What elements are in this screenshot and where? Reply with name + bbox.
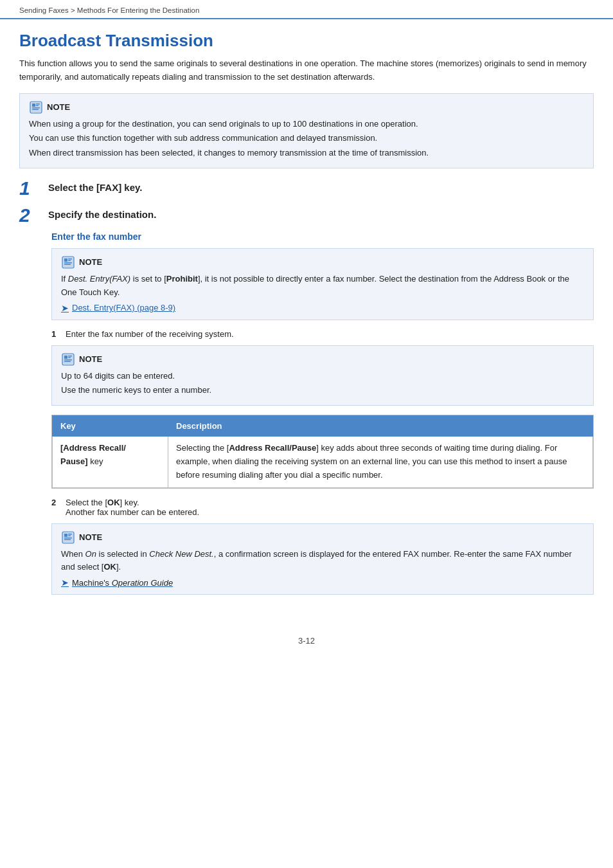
svg-rect-11 xyxy=(64,264,71,265)
svg-rect-5 xyxy=(32,109,39,110)
table-row: [Address Recall/Pause] key Selecting the… xyxy=(53,437,593,487)
svg-rect-1 xyxy=(32,104,35,107)
svg-rect-23 xyxy=(64,539,71,540)
note-icon-sub xyxy=(61,255,75,269)
step-2-number: 2 xyxy=(19,206,48,225)
svg-rect-8 xyxy=(68,258,72,260)
dest-entry-link[interactable]: ➤ Dest. Entry(FAX) (page 8-9) xyxy=(61,303,584,313)
arrow-icon-bottom: ➤ xyxy=(61,577,69,588)
top-note-header: NOTE xyxy=(29,100,584,114)
table-cell-desc: Selecting the [Address Recall/Pause] key… xyxy=(168,437,593,487)
sub-heading: Enter the fax number xyxy=(51,231,594,242)
inner-note-header: NOTE xyxy=(61,352,584,366)
numbered-step-2: 2 Select the [OK] key. Another fax numbe… xyxy=(51,498,594,517)
key-description-table: Key Description [Address Recall/Pause] k… xyxy=(51,415,594,488)
sub-note-box: NOTE If Dest. Entry(FAX) is set to [Proh… xyxy=(51,248,594,320)
operation-guide-link[interactable]: ➤ Machine's Operation Guide xyxy=(61,577,584,588)
bottom-note-line1: When On is selected in Check New Dest., … xyxy=(61,548,584,575)
step-1-text: Select the [FAX] key. xyxy=(48,177,142,194)
bottom-note-box: NOTE When On is selected in Check New De… xyxy=(51,523,594,595)
sub-note-line1: If Dest. Entry(FAX) is set to [Prohibit]… xyxy=(61,273,584,300)
svg-rect-21 xyxy=(68,535,71,536)
table-cell-key: [Address Recall/Pause] key xyxy=(53,437,168,487)
breadcrumb-text: Sending Faxes > Methods For Entering the… xyxy=(19,6,199,14)
svg-rect-2 xyxy=(36,104,40,105)
svg-rect-19 xyxy=(64,534,67,537)
svg-rect-14 xyxy=(68,356,72,357)
svg-rect-7 xyxy=(64,258,67,262)
svg-rect-15 xyxy=(68,357,71,358)
step-1-number: 1 xyxy=(19,179,48,198)
note-icon-top xyxy=(29,100,43,114)
inner-note-box: NOTE Up to 64 digits can be entered. Use… xyxy=(51,345,594,406)
step-1-container: 1 Select the [FAX] key. xyxy=(19,177,594,198)
svg-rect-10 xyxy=(64,262,72,264)
note-icon-inner xyxy=(61,352,75,366)
svg-rect-17 xyxy=(64,361,71,362)
sub-section: Enter the fax number NOTE If Dest. xyxy=(51,231,594,595)
top-note-box: NOTE When using a group for the destinat… xyxy=(19,93,594,168)
svg-rect-13 xyxy=(64,356,67,359)
svg-rect-22 xyxy=(64,538,72,539)
page-footer: 3-12 xyxy=(0,623,613,652)
svg-rect-3 xyxy=(36,105,39,106)
svg-rect-20 xyxy=(68,534,72,535)
step-2-text: Specify the destination. xyxy=(48,204,156,221)
breadcrumb: Sending Faxes > Methods For Entering the… xyxy=(0,0,613,19)
svg-rect-4 xyxy=(32,107,40,109)
note-icon-bottom xyxy=(61,530,75,545)
svg-rect-16 xyxy=(64,359,72,361)
arrow-icon: ➤ xyxy=(61,303,69,313)
table-header-key: Key xyxy=(53,416,168,437)
page-number: 3-12 xyxy=(298,636,315,646)
svg-rect-9 xyxy=(68,260,71,261)
step-2-container: 2 Specify the destination. xyxy=(19,204,594,225)
page-title: Broadcast Transmission xyxy=(19,31,594,51)
intro-paragraph: This function allows you to send the sam… xyxy=(19,57,594,84)
sub-note-header: NOTE xyxy=(61,255,584,269)
numbered-step-1: 1 Enter the fax number of the receiving … xyxy=(51,329,594,339)
bottom-note-header: NOTE xyxy=(61,530,584,545)
table-header-desc: Description xyxy=(168,416,593,437)
